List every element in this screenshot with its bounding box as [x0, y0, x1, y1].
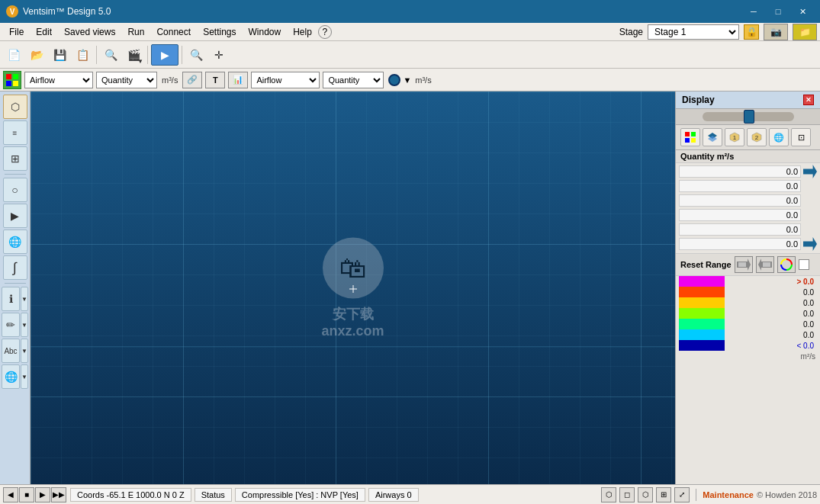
stage-lock[interactable]: 🔒 — [744, 24, 759, 40]
display-color-swatch-7 — [679, 340, 725, 351]
sidebar-globe-arrow[interactable]: ▼ — [21, 364, 28, 389]
sidebar-info-arrow[interactable]: ▼ — [21, 287, 28, 311]
display-icon-table[interactable]: ⊡ — [791, 128, 811, 146]
display-panel-header: Display ✕ — [676, 91, 820, 109]
statusbar-icon-3[interactable]: ⬡ — [638, 487, 653, 502]
chart-button[interactable]: 📊 — [228, 72, 248, 88]
sidebar-sep2 — [5, 283, 26, 284]
display-panel-close[interactable]: ✕ — [803, 95, 814, 105]
display-value-3: 0.0 — [680, 196, 798, 205]
display-icon-layers[interactable] — [703, 128, 722, 146]
maximize-button[interactable]: □ — [767, 4, 789, 19]
quantity-select-2[interactable]: Quantity — [323, 72, 384, 88]
display-icon-cube1[interactable]: 1 — [725, 128, 744, 146]
quantity-select-1[interactable]: Quantity — [96, 72, 157, 88]
sidebar-info-group: ℹ ▼ — [2, 287, 28, 311]
sidebar-layers[interactable]: ≡ — [3, 120, 27, 145]
toolbar-copy[interactable]: 📋 — [72, 44, 93, 66]
toolbar-sep1 — [96, 46, 97, 64]
menu-connect[interactable]: Connect — [150, 25, 197, 39]
folder-yellow-button[interactable]: 📁 — [793, 24, 817, 40]
menu-window[interactable]: Window — [242, 25, 287, 39]
statusbar-nav-prev[interactable]: ◀ — [3, 487, 18, 502]
display-values-section: 0.0 0.0 0.0 0.0 — [676, 163, 820, 253]
statusbar-icon-5[interactable]: ⤢ — [674, 487, 690, 502]
statusbar-icon-1[interactable]: ⬡ — [601, 487, 616, 502]
toolbar-save[interactable]: 💾 — [49, 44, 70, 66]
toolbar-crosshair[interactable]: ✛ — [208, 44, 230, 66]
statusbar-right: ⬡ ◻ ⬡ ⊞ ⤢ Maintenance © Howden 2018 — [601, 487, 817, 502]
svg-rect-2 — [6, 81, 11, 86]
display-arrow-1[interactable] — [803, 165, 817, 178]
menu-run[interactable]: Run — [121, 25, 150, 39]
statusbar-nav-stop[interactable]: ■ — [19, 487, 34, 502]
sidebar-play[interactable]: ▶ — [3, 204, 27, 228]
menu-saved-views[interactable]: Saved views — [58, 25, 121, 39]
statusbar-nav-play[interactable]: ▶ — [35, 487, 50, 502]
display-slider-track[interactable] — [703, 112, 794, 121]
display-checkbox[interactable] — [799, 259, 809, 270]
sidebar-pen-arrow[interactable]: ▼ — [21, 313, 28, 337]
link-button[interactable]: 🔗 — [182, 72, 202, 88]
sidebar-3d-cube[interactable]: ⬡ — [3, 95, 27, 119]
toolbar-find[interactable]: 🔍 — [100, 44, 121, 66]
sidebar-info[interactable]: ℹ — [2, 287, 20, 311]
display-icon-globe[interactable]: 🌐 — [769, 128, 789, 146]
left-sidebar: ⬡ ≡ ⊞ ○ ▶ 🌐 ∫ ℹ ▼ ✏ ▼ Abc ▼ 🌐 ▼ — [0, 91, 31, 484]
statusbar-copyright: © Howden 2018 — [757, 490, 817, 499]
toolbar-new[interactable]: 📄 — [3, 44, 24, 66]
minimize-button[interactable]: ─ — [742, 4, 765, 19]
color-grid-icon[interactable] — [3, 71, 21, 89]
camera-button[interactable]: 📷 — [764, 24, 788, 40]
menu-help[interactable]: Help — [287, 25, 318, 39]
menu-edit[interactable]: Edit — [30, 25, 58, 39]
canvas-area[interactable]: 🛍 安下载anxz.com — [31, 91, 675, 484]
statusbar-icon-4[interactable]: ⊞ — [656, 487, 671, 502]
display-color-val-1: > 0.0 — [725, 278, 817, 286]
airflow-select-2[interactable]: Airflow — [251, 72, 320, 88]
svg-rect-10 — [691, 132, 696, 136]
sidebar-text-arrow[interactable]: ▼ — [21, 339, 28, 363]
display-icon-grid[interactable] — [680, 128, 700, 146]
stage-select[interactable]: Stage 1 — [648, 24, 739, 40]
display-icons-row: 1 2 🌐 ⊡ — [676, 125, 820, 150]
circle-indicator — [388, 74, 400, 86]
display-arrow-6[interactable] — [803, 237, 817, 251]
display-slider-thumb[interactable] — [744, 110, 754, 124]
sidebar-text[interactable]: Abc — [2, 339, 20, 363]
display-value-row-5: 0.0 — [679, 223, 817, 236]
statusbar-icon-2[interactable]: ◻ — [619, 487, 635, 502]
statusbar-maintenance: Maintenance — [703, 490, 754, 499]
toolbar-open[interactable]: 📂 — [26, 44, 47, 66]
close-button[interactable]: ✕ — [791, 4, 814, 19]
toolbar-play[interactable]: ▶ — [151, 44, 178, 66]
display-reset-row: Reset Range — [676, 253, 820, 276]
display-reset-btn2[interactable] — [756, 256, 774, 273]
display-color-section: > 0.0 0.0 0.0 0.0 0.0 0.0 — [676, 276, 820, 484]
sidebar-path[interactable]: ∫ — [3, 255, 27, 280]
statusbar-nav-next[interactable]: ▶▶ — [51, 487, 66, 502]
display-reset-btn1[interactable] — [735, 256, 753, 273]
sidebar-sep1 — [5, 174, 26, 175]
menu-file[interactable]: File — [3, 25, 30, 39]
airflow-select-1[interactable]: Airflow — [24, 72, 93, 88]
t-button[interactable]: T — [205, 72, 225, 88]
menu-help-icon[interactable]: ? — [318, 25, 332, 39]
app-title: Ventsim™ Design 5.0 — [23, 6, 742, 17]
menu-settings[interactable]: Settings — [197, 25, 242, 39]
display-color-val-4: 0.0 — [725, 310, 817, 318]
sidebar-circle[interactable]: ○ — [3, 178, 27, 202]
svg-rect-3 — [13, 81, 18, 86]
display-icon-cube2[interactable]: 2 — [747, 128, 767, 146]
toolbar-sep2 — [147, 46, 148, 64]
sidebar-pen[interactable]: ✏ — [2, 313, 20, 337]
sidebar-grid[interactable]: ⊞ — [3, 146, 27, 171]
statusbar-status-value: Compressible [Yes] : NVP [Yes] — [235, 488, 365, 502]
toolbar-media[interactable]: 🎬 ▼ — [123, 44, 144, 66]
sidebar-globe[interactable]: 🌐 — [3, 230, 27, 254]
display-color-picker[interactable] — [777, 256, 796, 273]
toolbar-zoom[interactable]: 🔍 — [185, 44, 207, 66]
display-value-1: 0.0 — [680, 167, 798, 176]
statusbar-airways: Airways 0 — [368, 488, 419, 502]
sidebar-globe2[interactable]: 🌐 — [2, 364, 20, 389]
